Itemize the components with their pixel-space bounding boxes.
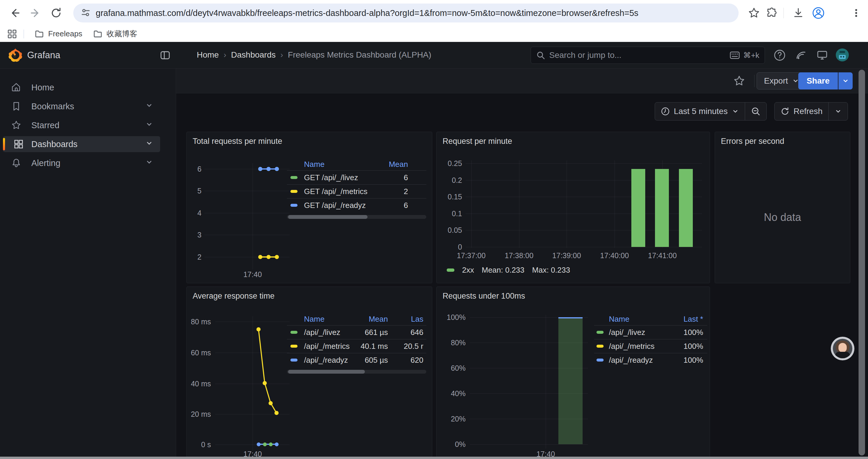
- series-last: 20.5 r: [388, 342, 423, 351]
- legend-row[interactable]: /api/_/readyz 100%: [594, 353, 707, 367]
- forward-button[interactable]: [27, 5, 44, 21]
- panel-title[interactable]: Average response time: [193, 292, 275, 301]
- legend-row[interactable]: /api/_/metrics 40.1 ms 20.5 r: [287, 339, 426, 353]
- dashboard-content: Export Share Last 5 minutes: [176, 68, 868, 459]
- share-label: Share: [807, 76, 830, 86]
- page-vertical-scrollbar[interactable]: [859, 70, 865, 455]
- series-last: 100%: [668, 328, 703, 337]
- legend-row[interactable]: GET /api/_/metrics 2: [287, 184, 426, 198]
- legend-row[interactable]: /api/_/metrics 100%: [594, 339, 707, 353]
- legend-scrollbar-thumb[interactable]: [288, 215, 368, 219]
- y-axis-tick: 0.25: [440, 159, 462, 168]
- legend-header: Name Mean Las: [287, 313, 426, 325]
- gridline: [215, 322, 289, 322]
- downloads-button[interactable]: [790, 5, 806, 21]
- legend-scrollbar[interactable]: [287, 370, 426, 374]
- series-name[interactable]: 2xx: [462, 266, 474, 275]
- browser-toolbar: grafana.mathmast.com/d/deytv4rwavabkb/fr…: [0, 0, 868, 26]
- sidebar-item-home[interactable]: Home: [3, 79, 160, 95]
- series-name[interactable]: /api/_/livez: [609, 328, 668, 337]
- page-horizontal-scrollbar[interactable]: [0, 457, 868, 459]
- panel-title[interactable]: Request per minute: [442, 137, 512, 146]
- legend-row[interactable]: /api/_/livez 100%: [594, 325, 707, 339]
- y-axis-tick: 40%: [441, 389, 466, 398]
- share-menu-button[interactable]: [838, 72, 852, 90]
- panel-title[interactable]: Requests under 100ms: [442, 292, 525, 301]
- series-last: 620: [388, 356, 423, 365]
- help-icon: [773, 49, 786, 61]
- series-name[interactable]: /api/_/readyz: [304, 356, 354, 365]
- bookmark-star-button[interactable]: [746, 5, 762, 21]
- folder-icon: [35, 29, 44, 39]
- favorite-dashboard-button[interactable]: [733, 75, 745, 88]
- sidebar-item-alerting[interactable]: Alerting: [3, 155, 160, 171]
- floating-assistant-avatar[interactable]: [831, 337, 855, 360]
- legend-col-name[interactable]: Name: [609, 315, 668, 324]
- series-name[interactable]: GET /api/_/metrics: [304, 187, 374, 196]
- search-input[interactable]: Search or jump to... ⌘+k: [531, 47, 765, 64]
- refresh-interval-button[interactable]: [829, 102, 848, 120]
- kiosk-mode-button[interactable]: [815, 48, 829, 62]
- chevron-down-icon[interactable]: [145, 158, 153, 168]
- legend-col-mean[interactable]: Mean: [374, 160, 408, 169]
- legend-row[interactable]: GET /api/_/livez 6: [287, 170, 426, 184]
- legend-col-name[interactable]: Name: [304, 160, 374, 169]
- series-name[interactable]: GET /api/_/livez: [304, 173, 374, 182]
- chevron-down-icon[interactable]: [145, 139, 153, 149]
- apps-grid-button[interactable]: [7, 29, 17, 39]
- controls-divider: [754, 75, 754, 87]
- share-button[interactable]: Share: [798, 72, 838, 90]
- site-settings-icon[interactable]: [80, 7, 91, 19]
- browser-menu-button[interactable]: [848, 5, 864, 21]
- legend-scrollbar-thumb[interactable]: [288, 370, 365, 374]
- back-button[interactable]: [6, 5, 23, 21]
- dashboard-controls-bar: Export Share: [176, 68, 868, 93]
- panel-title[interactable]: Errors per second: [721, 137, 784, 146]
- refresh-group: Refresh: [774, 102, 848, 121]
- grafana-logo[interactable]: [8, 48, 23, 62]
- breadcrumb-dashboards[interactable]: Dashboards: [231, 50, 276, 60]
- panel-title[interactable]: Total requests per minute: [193, 137, 282, 146]
- legend-row[interactable]: GET /api/_/readyz 6: [287, 198, 426, 212]
- y-axis-tick: 80 ms: [188, 318, 211, 326]
- refresh-button[interactable]: Refresh: [775, 102, 829, 120]
- series-name[interactable]: /api/_/metrics: [304, 342, 354, 351]
- x-axis-tick: 17:37:00: [457, 251, 486, 260]
- user-avatar-button[interactable]: [836, 48, 849, 62]
- legend-row[interactable]: /api/_/livez 661 µs 646: [287, 325, 426, 339]
- series-name[interactable]: /api/_/livez: [304, 328, 354, 337]
- dock-sidebar-toggle[interactable]: [159, 50, 171, 62]
- legend-scrollbar[interactable]: [287, 215, 426, 219]
- url-text[interactable]: grafana.mathmast.com/d/deytv4rwavabkb/fr…: [96, 8, 639, 18]
- profile-button[interactable]: [811, 5, 826, 21]
- legend-col-mean[interactable]: Mean: [354, 315, 388, 324]
- news-button[interactable]: [794, 48, 808, 62]
- sidebar-item-starred[interactable]: Starred: [3, 117, 160, 133]
- legend[interactable]: 2xx Mean: 0.233 Max: 0.233: [447, 266, 570, 275]
- series-name[interactable]: /api/_/metrics: [609, 342, 668, 351]
- zoom-out-button[interactable]: [745, 102, 766, 120]
- download-icon: [793, 7, 804, 19]
- series-name[interactable]: GET /api/_/readyz: [304, 201, 374, 210]
- url-bar[interactable]: grafana.mathmast.com/d/deytv4rwavabkb/fr…: [73, 4, 739, 23]
- breadcrumb-home[interactable]: Home: [197, 50, 219, 60]
- sidebar-item-label: Alerting: [31, 158, 60, 168]
- grafana-sidebar: Home Bookmarks Starred Dashboards Alerti…: [0, 68, 176, 459]
- bookmark-folder-blogs[interactable]: 收藏博客: [88, 28, 143, 40]
- bookmark-folder-freeleaps[interactable]: Freeleaps: [29, 28, 88, 40]
- legend-row[interactable]: /api/_/readyz 605 µs 620: [287, 353, 426, 367]
- data-point: [269, 401, 273, 405]
- reload-button[interactable]: [48, 5, 64, 21]
- help-button[interactable]: [773, 48, 786, 62]
- series-name[interactable]: /api/_/readyz: [609, 356, 668, 365]
- legend-col-last[interactable]: Las: [388, 315, 423, 324]
- time-range-picker[interactable]: Last 5 minutes: [655, 102, 745, 120]
- bookmark-label: 收藏博客: [107, 29, 137, 39]
- sidebar-item-bookmarks[interactable]: Bookmarks: [3, 98, 160, 114]
- extensions-button[interactable]: [764, 5, 779, 21]
- sidebar-item-dashboards[interactable]: Dashboards: [3, 136, 160, 152]
- legend-col-name[interactable]: Name: [304, 315, 354, 324]
- legend-col-last[interactable]: Last *: [668, 315, 703, 324]
- chevron-down-icon[interactable]: [145, 121, 153, 130]
- chevron-down-icon[interactable]: [145, 102, 153, 111]
